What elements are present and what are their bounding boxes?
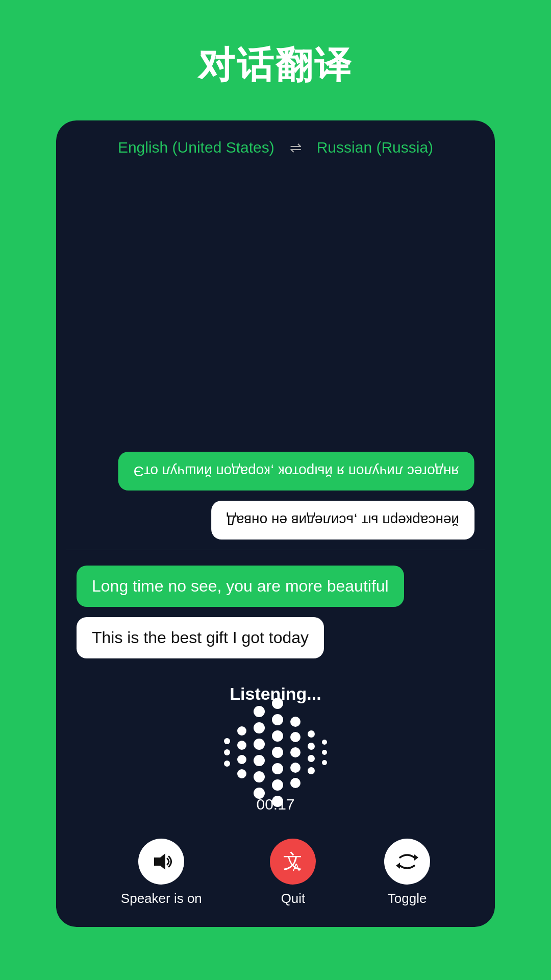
source-language[interactable]: English (United States)	[118, 139, 274, 156]
dot	[308, 730, 315, 738]
dot	[290, 763, 300, 773]
waveform	[224, 719, 327, 786]
dot	[290, 717, 300, 727]
svg-marker-4	[396, 863, 400, 869]
dot	[254, 706, 265, 717]
speaker-label: Speaker is on	[121, 891, 202, 906]
toggle-icon	[396, 850, 418, 873]
timer: 00:17	[256, 796, 294, 813]
dot-col-1	[224, 738, 230, 767]
dot	[322, 740, 327, 745]
dot-col-4	[272, 698, 283, 807]
quit-button[interactable]: 文 A	[270, 839, 316, 885]
dot	[272, 730, 283, 742]
messages-bottom: Long time no see, you are more beautiful…	[56, 550, 495, 669]
flipped-message-white: Давно не виделись, ты прекрасней	[211, 501, 474, 540]
dot	[272, 714, 283, 725]
dot	[224, 761, 230, 767]
dot	[322, 750, 327, 755]
swap-icon[interactable]: ⇌	[290, 139, 302, 156]
message-white: This is the best gift I got today	[77, 617, 324, 658]
bottom-controls: Speaker is on 文 A Quit Toggl	[56, 828, 495, 927]
listening-section: Listening...	[56, 669, 495, 828]
speaker-icon	[150, 850, 172, 873]
svg-text:A: A	[293, 862, 300, 873]
flipped-message-green: Это лучший подарок, который я получил се…	[118, 452, 474, 491]
dot	[272, 747, 283, 758]
speaker-control: Speaker is on	[121, 839, 202, 906]
svg-marker-0	[154, 853, 165, 870]
dot-col-7	[322, 740, 327, 765]
dot	[237, 755, 246, 764]
dot	[290, 732, 300, 742]
quit-label: Quit	[281, 891, 306, 906]
dot	[254, 771, 265, 782]
dot	[237, 769, 246, 778]
dot	[237, 741, 246, 750]
messages-top: Это лучший подарок, который я получил се…	[56, 172, 495, 550]
toggle-button[interactable]	[384, 839, 430, 885]
quit-control: 文 A Quit	[270, 839, 316, 906]
svg-marker-3	[414, 854, 418, 861]
dot	[272, 698, 283, 709]
speaker-button[interactable]	[138, 839, 184, 885]
dot-col-5	[290, 717, 300, 788]
dot	[254, 739, 265, 750]
translation-card: English (United States) ⇌ Russian (Russi…	[56, 120, 495, 927]
dot-col-6	[308, 730, 315, 774]
dot	[237, 726, 246, 736]
dot	[224, 749, 230, 755]
dot	[272, 779, 283, 791]
dot	[322, 760, 327, 765]
toggle-control: Toggle	[384, 839, 430, 906]
target-language[interactable]: Russian (Russia)	[317, 139, 433, 156]
toggle-label: Toggle	[388, 891, 427, 906]
dot	[308, 743, 315, 750]
dot	[308, 755, 315, 762]
dot	[308, 767, 315, 774]
translate-icon: 文 A	[281, 849, 305, 874]
message-green: Long time no see, you are more beautiful	[77, 566, 404, 607]
dot	[290, 778, 300, 788]
dot	[272, 763, 283, 774]
language-bar: English (United States) ⇌ Russian (Russi…	[56, 120, 495, 172]
dot-col-3	[254, 706, 265, 799]
dot	[290, 747, 300, 757]
app-title: 对话翻译	[198, 41, 353, 90]
dot	[254, 755, 265, 766]
dot	[224, 738, 230, 744]
dot	[254, 722, 265, 733]
dot-col-2	[237, 726, 246, 778]
